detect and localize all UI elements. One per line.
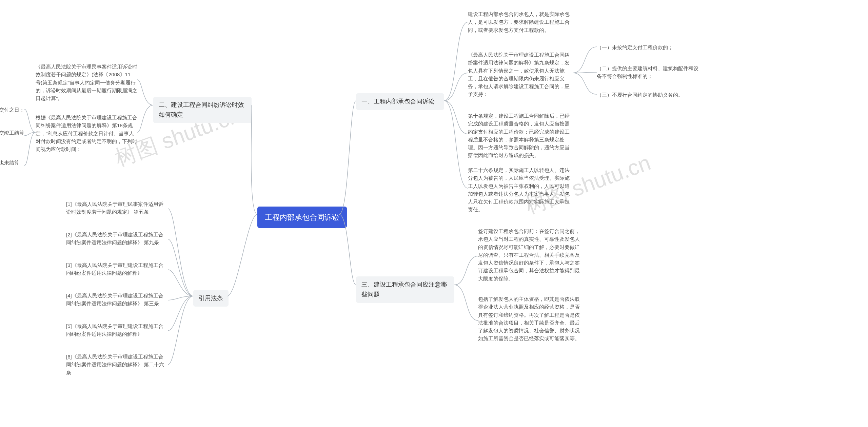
root-node[interactable]: 工程内部承包合同诉讼: [257, 207, 347, 228]
leaf-s2-sub-2: （三）建设工程未交付，工程价款也未结算的，为当事人起诉之日。: [0, 159, 24, 175]
leaf-s2-sub-1: （二）建设工程没有交付的，为提交竣工结算文件之日；: [0, 129, 24, 145]
leaf-s1-sub-0: （一）未按约定支付工程价款的；: [597, 43, 702, 51]
leaf-s1-sub-1: （二）提供的主要建筑材料、建筑构配件和设备不符合强制性标准的；: [597, 64, 702, 80]
leaf-s3-item-1: 包括了解发包人的主体资格，即其是否依法取得企业法人营业执照及相应的经营资格，是否…: [478, 295, 583, 343]
leaf-ref-0: [1]《最高人民法院关于审理民事案件适用诉讼时效制度若干问题的规定》 第五条: [66, 200, 168, 216]
branch-references[interactable]: 引用法条: [193, 290, 229, 307]
leaf-s2-item-0: 《最高人民法院关于审理民事案件适用诉讼时效制度若干问题的规定》(法释〔2008〕…: [36, 63, 137, 102]
leaf-s2-item-1: 根据《最高人民法院关于审理建设工程施工合同纠纷案件适用法律问题的解释》第18条规…: [36, 114, 137, 153]
branch-section-3[interactable]: 三、建设工程承包合同应注意哪些问题: [356, 276, 454, 303]
leaf-ref-1: [2]《最高人民法院关于审理建设工程施工合同纠纷案件适用法律问题的解释》 第九条: [66, 231, 168, 247]
branch-section-2[interactable]: 二、建设工程合同纠纷诉讼时效如何确定: [153, 97, 252, 123]
leaf-s1-item-0: 建设工程内部承包合同承包人，就是实际承包人，是可以发包方，要求解除建设工程施工合…: [468, 10, 573, 34]
leaf-s3-item-0: 签订建设工程承包合同前：在签订合同之前，承包人应当对工程的真实性、可靠性及发包人…: [478, 227, 583, 283]
leaf-ref-5: [6]《最高人民法院关于审理建设工程施工合同纠纷案件适用法律问题的解释》 第二十…: [66, 353, 168, 376]
leaf-s1-item-2: 第十条规定，建设工程施工合同解除后，已经完成的建设工程质量合格的，发包人应当按照…: [468, 112, 573, 159]
leaf-ref-2: [3]《最高人民法院关于审理建设工程施工合同纠纷案件适用法律问题的解释》: [66, 261, 168, 277]
leaf-s2-sub-0: （一）建设工程已实际交付的，为交付之日；: [0, 106, 24, 114]
branch-section-1[interactable]: 一、工程内部承包合同诉讼: [356, 93, 444, 110]
leaf-s1-item-3: 第二十六条规定，实际施工人以转包人、违法分包人为被告的，人民应当依法受理。实际施…: [468, 166, 573, 214]
leaf-ref-3: [4]《最高人民法院关于审理建设工程施工合同纠纷案件适用法律问题的解释》 第三条: [66, 292, 168, 308]
leaf-ref-4: [5]《最高人民法院关于审理建设工程施工合同纠纷案件适用法律问题的解释》: [66, 322, 168, 338]
leaf-s1-sub-2: （三）不履行合同约定的协助义务的。: [597, 91, 702, 99]
leaf-s1-item-1: 《最高人民法院关于审理建设工程施工合同纠纷案件适用法律问题的解释》第九条规定，发…: [468, 51, 573, 98]
